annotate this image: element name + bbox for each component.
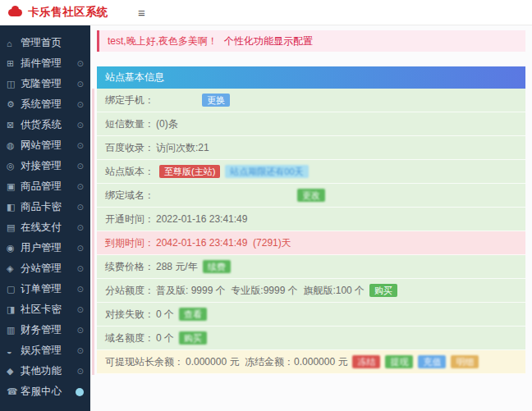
sidebar-item-admin-home[interactable]: ⌂管理首页: [0, 33, 90, 53]
menu-toggle-icon[interactable]: ≡: [138, 7, 145, 19]
cloud-logo-icon: [8, 9, 22, 16]
sidebar-item-order-mgmt[interactable]: ▢订单管理⊙: [0, 279, 90, 299]
sidebar-item-plugin-mgmt[interactable]: ⊞插件管理⊙: [0, 53, 90, 74]
info-rows: 绑定手机：更换短信数量：(0)条百度收录：访问次数:21站点版本：至尊版(主站)…: [97, 89, 525, 374]
main-content: test,晚上好,夜色多美啊！ 个性化功能显示配置 站点基本信息 绑定手机：更换…: [90, 25, 532, 411]
info-row-dock-fail: 对接失败：0 个查看: [97, 303, 525, 327]
sidebar-menu: ⌂管理首页⊞插件管理⊙◫克隆管理⊙⚙系统管理⊙⊠供货系统⊙◍网站管理⊙◎对接管理…: [0, 33, 90, 402]
sidebar-item-supply-system[interactable]: ⊠供货系统⊙: [0, 115, 90, 135]
row-label: 开通时间：: [105, 212, 154, 226]
info-row-bind-phone: 绑定手机：更换: [97, 89, 525, 112]
sitemap-icon: ◈: [7, 263, 21, 274]
row-value: 288 元/年: [156, 260, 198, 274]
info-row-bind-domain: 绑定域名：更改: [97, 184, 525, 208]
sidebar-item-label: 用户管理: [21, 241, 77, 255]
row-label: 短信数量：: [105, 117, 154, 131]
sidebar-item-goods-cards[interactable]: ◧商品卡密⊙: [0, 197, 90, 217]
headset-icon: ☎: [7, 386, 21, 397]
row-label: 百度收录：: [105, 141, 154, 155]
sidebar-item-finance-mgmt[interactable]: ▥财务管理⊙: [0, 320, 90, 340]
sidebar-item-user-mgmt[interactable]: ◉用户管理⊙: [0, 238, 90, 258]
row-label: 续费价格：: [105, 260, 154, 274]
buy-domain-button[interactable]: 购买: [179, 331, 207, 345]
lock-icon: ⊞: [7, 58, 21, 69]
row-label: 绑定手机：: [105, 94, 154, 107]
supply-icon: ⊠: [7, 120, 21, 130]
gear-icon: ⚙: [7, 99, 21, 110]
sidebar-item-label: 插件管理: [21, 57, 77, 71]
version-badge: 至尊版(主站): [159, 165, 220, 179]
withdraw-button[interactable]: 提现: [385, 355, 413, 369]
sidebar-item-clone-mgmt[interactable]: ◫克隆管理⊙: [0, 74, 90, 94]
freeze-button[interactable]: 冻结: [352, 355, 380, 369]
sidebar-item-label: 商品管理: [21, 180, 77, 194]
chevron-circle-icon: ⊙: [77, 141, 84, 150]
sidebar-item-subsite-mgmt[interactable]: ◈分站管理⊙: [0, 258, 90, 279]
row-label: 可提现站长余额：: [105, 355, 184, 369]
version-countdown-badge: 站点期限还有00天: [225, 165, 308, 179]
sidebar-item-label: 供货系统: [21, 118, 77, 132]
chevron-circle-icon: ⊙: [77, 326, 84, 335]
sidebar-item-dock-mgmt[interactable]: ◎对接管理⊙: [0, 156, 90, 176]
buy-subsite-button[interactable]: 购买: [369, 284, 397, 298]
chevron-circle-icon: ⊙: [77, 121, 84, 130]
chevron-circle-icon: ⊙: [77, 182, 84, 191]
sidebar-item-label: 网站管理: [21, 139, 77, 153]
renew-button[interactable]: 续费: [203, 260, 231, 274]
chevron-circle-icon: ⊙: [77, 367, 84, 376]
info-row-sms-count: 短信数量：(0)条: [97, 112, 525, 136]
row-value: 0 个: [156, 331, 174, 345]
chevron-circle-icon: ⊙: [77, 203, 84, 212]
row-value: 0 个: [156, 308, 174, 322]
order-icon: ▢: [7, 284, 21, 295]
sidebar-item-label: 管理首页: [21, 36, 84, 50]
sidebar-item-label: 其他功能: [21, 364, 77, 378]
sidebar: ⌂管理首页⊞插件管理⊙◫克隆管理⊙⚙系统管理⊙⊠供货系统⊙◍网站管理⊙◎对接管理…: [0, 25, 90, 411]
site-info-panel: 站点基本信息 绑定手机：更换短信数量：(0)条百度收录：访问次数:21站点版本：…: [97, 66, 525, 374]
chevron-circle-icon: ⊙: [77, 285, 84, 294]
sidebar-item-label: 客服中心: [21, 385, 76, 399]
panel-title: 站点基本信息: [105, 71, 164, 84]
sidebar-item-website-mgmt[interactable]: ◍网站管理⊙: [0, 135, 90, 156]
chevron-circle-icon: ⊙: [77, 264, 84, 273]
sidebar-item-system-mgmt[interactable]: ⚙系统管理⊙: [0, 94, 90, 115]
globe-icon: ◍: [7, 140, 21, 151]
clone-icon: ◫: [7, 79, 21, 89]
row-value: 2042-01-16 23:41:49 (7291)天: [156, 236, 291, 250]
info-row-site-version: 站点版本：至尊版(主站)站点期限还有00天: [97, 160, 525, 184]
row-label: 域名额度：: [105, 331, 154, 345]
row-value: 0.000000 元 冻结金额：0.000000 元: [186, 355, 347, 369]
change-domain-button[interactable]: 更改: [297, 189, 325, 203]
row-label: 分站额度：: [105, 284, 154, 298]
greeting-bar: test,晚上好,夜色多美啊！ 个性化功能显示配置: [97, 30, 525, 52]
recharge-button[interactable]: 充值: [418, 355, 446, 369]
chevron-circle-icon: ⊙: [77, 305, 84, 314]
info-row-baidu-index: 百度收录：访问次数:21: [97, 136, 525, 160]
personalization-config-link[interactable]: 个性化功能显示配置: [224, 34, 313, 48]
topbar: 卡乐售社区系统 ≡: [0, 0, 532, 25]
sidebar-item-goods-mgmt[interactable]: ▣商品管理⊙: [0, 176, 90, 197]
sidebar-item-community-cards[interactable]: ◨社区卡密⊙: [0, 299, 90, 320]
sidebar-item-entertainment-mgmt[interactable]: ◒娱乐管理⊙: [0, 340, 90, 361]
panel-header: 站点基本信息: [97, 66, 525, 89]
user-icon: ◉: [7, 243, 21, 253]
sidebar-item-other-functions[interactable]: ◆其他功能⊙: [0, 361, 90, 381]
entertainment-icon: ◒: [7, 346, 21, 356]
change-phone-button[interactable]: 更换: [202, 94, 230, 107]
info-row-subsite-quota: 分站额度：普及版: 9999 个 专业版:9999 个 旗舰版:100 个购买: [97, 279, 525, 303]
chevron-circle-icon: ⊙: [77, 244, 84, 253]
sidebar-item-service-center[interactable]: ☎客服中心: [0, 381, 90, 402]
left-accent-strip: [92, 89, 94, 375]
info-row-balance: 可提现站长余额：0.000000 元 冻结金额：0.000000 元冻结提现充值…: [97, 350, 525, 374]
view-dockfail-button[interactable]: 查看: [179, 308, 207, 322]
sidebar-item-online-payment[interactable]: ▤在线支付⊙: [0, 217, 90, 238]
row-label: 到期时间：: [105, 236, 154, 250]
app-logo: 卡乐售社区系统: [0, 5, 123, 20]
detail-button[interactable]: 明细: [451, 355, 479, 369]
finance-icon: ▥: [7, 325, 21, 336]
chevron-circle-icon: ⊙: [77, 80, 84, 89]
row-label: 绑定域名：: [105, 189, 154, 203]
row-value: 2022-01-16 23:41:49: [156, 213, 247, 225]
greeting-text: test,晚上好,夜色多美啊！: [108, 34, 218, 48]
card-key-icon: ◧: [7, 202, 21, 212]
